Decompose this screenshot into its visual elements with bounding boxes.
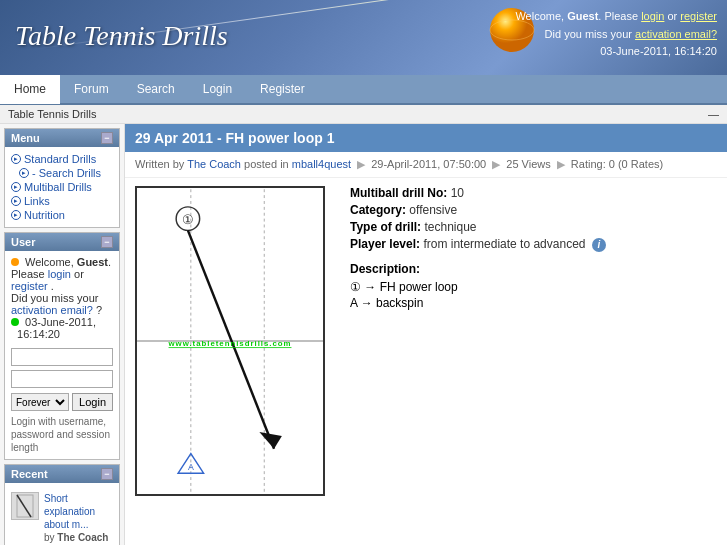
recent-title: Recent <box>11 468 48 480</box>
svg-line-3 <box>17 495 31 517</box>
player-level-value: from intermediate to advanced <box>423 237 585 251</box>
sidebar-item-nutrition[interactable]: ▸ Nutrition <box>11 208 113 222</box>
welcome-text: Welcome, Guest. Please <box>515 10 641 22</box>
breadcrumb-icon: — <box>708 108 719 120</box>
recent-thumb-icon <box>12 493 38 519</box>
nav-search[interactable]: Search <box>123 74 189 104</box>
menu-box-header: Menu − <box>5 129 119 147</box>
nav-home[interactable]: Home <box>0 74 60 104</box>
post-date: 29-April-2011, 07:50:00 <box>371 158 486 170</box>
svg-marker-10 <box>259 432 282 449</box>
svg-text:www.tabletennisdrills.com: www.tabletennisdrills.com <box>168 339 292 348</box>
header-login-link[interactable]: login <box>641 10 664 22</box>
written-by-label: Written by <box>135 158 187 170</box>
bullet-icon-2: ▸ <box>19 168 29 178</box>
bullet-icon-1: ▸ <box>11 154 21 164</box>
menu-box-content: ▸ Standard Drills ▸ - Search Drills ▸ Mu… <box>5 147 119 227</box>
diagram-svg: ① A www.tabletennisdrills.com <box>137 188 323 494</box>
user-collapse-btn[interactable]: − <box>101 236 113 248</box>
bullet-icon-5: ▸ <box>11 210 21 220</box>
post-author-link[interactable]: The Coach <box>187 158 241 170</box>
svg-text:①: ① <box>182 212 194 227</box>
nav-login[interactable]: Login <box>189 74 246 104</box>
header-timestamp: 03-June-2011, 16:14:20 <box>600 45 717 57</box>
recent-item: Short explanation about m... by The Coac… <box>11 492 113 545</box>
recent-thumbnail <box>11 492 39 520</box>
nav-register[interactable]: Register <box>246 74 319 104</box>
welcome-prefix: Welcome, Guest. <box>25 256 111 268</box>
sidebar-item-multiball-drills[interactable]: ▸ Multiball Drills <box>11 180 113 194</box>
category-row: Category: offensive <box>350 203 717 217</box>
header: Table Tennis Drills Welcome, Guest. Plea… <box>0 0 727 75</box>
menu-box: Menu − ▸ Standard Drills ▸ - Search Dril… <box>4 128 120 228</box>
description-section: Description: ① → FH power loop A → backs… <box>350 262 717 310</box>
user-box-header: User − <box>5 233 119 251</box>
navbar: Home Forum Search Login Register <box>0 75 727 105</box>
recent-item-link[interactable]: Short explanation about m... <box>44 493 95 530</box>
content-area: 29 Apr 2011 - FH power loop 1 Written by… <box>125 124 727 545</box>
sidebar: Menu − ▸ Standard Drills ▸ - Search Dril… <box>0 124 125 545</box>
sidebar-register-link[interactable]: register <box>11 280 48 292</box>
menu-item-label: Standard Drills <box>24 153 96 165</box>
user-box: User − Welcome, Guest. Please login or r… <box>4 232 120 460</box>
sidebar-item-links[interactable]: ▸ Links <box>11 194 113 208</box>
password-input[interactable] <box>11 370 113 388</box>
type-row: Type of drill: technique <box>350 220 717 234</box>
sidebar-item-standard-drills[interactable]: ▸ Standard Drills <box>11 152 113 166</box>
session-select[interactable]: Forever <box>11 393 69 411</box>
recent-box: Recent − Short explanation about m... by… <box>4 464 120 545</box>
menu-item-label: Multiball Drills <box>24 181 92 193</box>
sidebar-item-search-drills[interactable]: ▸ - Search Drills <box>11 166 113 180</box>
sidebar-username: Guest <box>77 256 108 268</box>
description-label: Description: <box>350 262 717 276</box>
bullet-icon-3: ▸ <box>11 182 21 192</box>
status-dot <box>11 258 19 266</box>
category-value: offensive <box>409 203 457 217</box>
breadcrumb-bar: Table Tennis Drills — <box>0 105 727 124</box>
sidebar-timestamp: 03-June-2011, 16:14:20 <box>11 316 96 340</box>
menu-item-label: - Search Drills <box>32 167 101 179</box>
sidebar-activation-link[interactable]: activation email? <box>11 304 93 316</box>
player-level-label: Player level: <box>350 237 423 251</box>
menu-item-label: Nutrition <box>24 209 65 221</box>
post-title-bar: 29 Apr 2011 - FH power loop 1 <box>125 124 727 152</box>
recent-box-content: Short explanation about m... by The Coac… <box>5 483 119 545</box>
login-hint: Login with username, password and sessio… <box>11 415 113 454</box>
nav-forum[interactable]: Forum <box>60 74 123 104</box>
status-dot-2 <box>11 318 19 326</box>
user-box-content: Welcome, Guest. Please login or register… <box>5 251 119 459</box>
header-user-info: Welcome, Guest. Please login or register… <box>515 8 717 61</box>
content-body: ① A www.tabletennisdrills.com <box>125 178 727 504</box>
posted-in-text: posted in <box>244 158 292 170</box>
desc-item-2: A → backspin <box>350 296 717 310</box>
please-login-text: Please <box>11 268 48 280</box>
recent-collapse-btn[interactable]: − <box>101 468 113 480</box>
breadcrumb: Table Tennis Drills <box>8 108 96 120</box>
username-input[interactable] <box>11 348 113 366</box>
header-activation-link[interactable]: activation email? <box>635 28 717 40</box>
category-label: Category: <box>350 203 409 217</box>
desc-item-1: ① → FH power loop <box>350 280 717 294</box>
drill-diagram: ① A www.tabletennisdrills.com <box>135 186 335 496</box>
login-button[interactable]: Login <box>72 393 113 411</box>
post-views: 25 Views <box>506 158 550 170</box>
post-category-link[interactable]: mball4quest <box>292 158 351 170</box>
header-username: Guest <box>567 10 598 22</box>
info-icon[interactable]: i <box>592 238 606 252</box>
type-label: Type of drill: <box>350 220 424 234</box>
sidebar-miss-text: Did you miss your <box>11 292 98 304</box>
drill-info: Multiball drill No: 10 Category: offensi… <box>350 186 717 496</box>
recent-author-name: The Coach <box>57 532 108 543</box>
header-register-link[interactable]: register <box>680 10 717 22</box>
menu-collapse-btn[interactable]: − <box>101 132 113 144</box>
player-level-row: Player level: from intermediate to advan… <box>350 237 717 252</box>
multiball-no-value: 10 <box>451 186 464 200</box>
recent-item-text: Short explanation about m... by The Coac… <box>44 492 113 545</box>
user-title: User <box>11 236 35 248</box>
multiball-no-label: Multiball drill No: <box>350 186 451 200</box>
post-meta: Written by The Coach posted in mball4que… <box>125 158 727 178</box>
drill-canvas: ① A www.tabletennisdrills.com <box>135 186 325 496</box>
multiball-no-row: Multiball drill No: 10 <box>350 186 717 200</box>
type-value: technique <box>424 220 476 234</box>
sidebar-login-link[interactable]: login <box>48 268 71 280</box>
